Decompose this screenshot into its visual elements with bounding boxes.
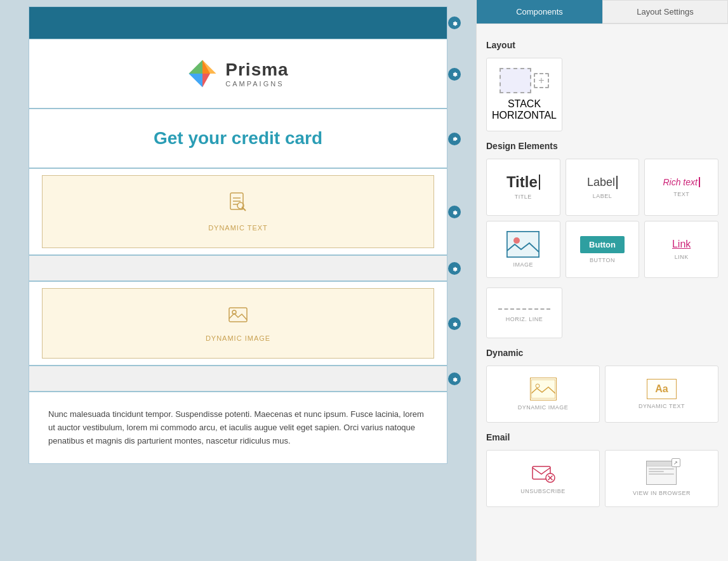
logo-section: Prisma CAMPAIGNS	[29, 39, 447, 109]
title-preview: Title	[506, 175, 540, 190]
spacer-section-1	[29, 256, 447, 282]
dynamic-image-gear-button[interactable]	[448, 317, 461, 330]
text-card-label: TEXT	[673, 191, 689, 197]
logo-gear-button[interactable]	[448, 68, 461, 81]
dynamic-text-card-label: DYNAMIC TEXT	[639, 403, 685, 409]
email-canvas: Prisma CAMPAIGNS Get your credit card	[29, 6, 447, 464]
svg-rect-13	[507, 232, 539, 257]
unsubscribe-preview	[531, 463, 555, 484]
image-preview	[506, 231, 539, 258]
title-gear-button[interactable]	[448, 133, 461, 145]
panel-tabs: Components Layout Settings	[477, 0, 728, 24]
dynamic-image-section: DYNAMIC IMAGE	[29, 282, 447, 366]
layout-section-header: Layout	[486, 40, 718, 50]
canvas-area: Prisma CAMPAIGNS Get your credit card	[0, 0, 476, 561]
logo-prisma: Prisma	[225, 60, 288, 80]
dynamic-image-block: DYNAMIC IMAGE	[42, 288, 434, 359]
svg-point-14	[513, 237, 520, 244]
link-preview: Link	[672, 239, 691, 250]
stack-horizontal-preview: +	[500, 68, 549, 93]
logo-icon	[187, 58, 218, 89]
button-component-card[interactable]: Button BUTTON	[566, 221, 640, 278]
header-section	[29, 7, 447, 39]
link-component-card[interactable]: Link LINK	[644, 221, 718, 278]
image-component-card[interactable]: IMAGE	[486, 221, 560, 278]
stack-h-plus-icon: +	[534, 73, 549, 88]
unsubscribe-label: UNSUBSCRIBE	[520, 488, 566, 494]
body-text: Nunc malesuada tincidunt tempor. Suspend…	[48, 408, 428, 447]
spacer2-gear-button[interactable]	[448, 373, 461, 385]
dynamic-text-icon	[228, 192, 248, 219]
dynamic-text-gear-button[interactable]	[448, 206, 461, 218]
horiz-line-preview	[498, 308, 550, 310]
svg-marker-4	[202, 60, 216, 74]
tab-layout-settings[interactable]: Layout Settings	[602, 0, 728, 23]
body-text-section: Nunc malesuada tincidunt tempor. Suspend…	[29, 392, 447, 463]
dynamic-text-canvas-label: DYNAMIC TEXT	[208, 224, 268, 232]
dynamic-text-block: DYNAMIC TEXT	[42, 175, 434, 248]
dynamic-text-section: DYNAMIC TEXT	[29, 169, 447, 256]
dynamic-image-canvas-label: DYNAMIC IMAGE	[206, 334, 270, 342]
email-title-section: Get your credit card	[29, 109, 447, 169]
view-in-browser-preview: ↗	[646, 461, 678, 486]
email-canvas-wrapper: Prisma CAMPAIGNS Get your credit card	[29, 6, 447, 464]
horiz-line-card[interactable]: HORIZ. LINE	[486, 287, 562, 338]
dynamic-image-preview	[530, 378, 557, 400]
text-preview: Rich text	[663, 177, 699, 187]
dynamic-image-card[interactable]: DYNAMIC IMAGE	[486, 366, 600, 423]
dynamic-image-card-label: DYNAMIC IMAGE	[518, 404, 569, 411]
svg-rect-11	[229, 308, 247, 322]
button-card-label: BUTTON	[590, 257, 615, 263]
email-section-header: Email	[486, 432, 718, 442]
horiz-line-label: HORIZ. LINE	[506, 316, 543, 322]
external-link-icon: ↗	[672, 458, 680, 467]
dynamic-section-header: Dynamic	[486, 348, 718, 358]
logo-campaigns: CAMPAIGNS	[225, 80, 288, 88]
label-card-label: LABEL	[593, 193, 612, 199]
label-preview: Label	[587, 176, 618, 189]
link-card-label: LINK	[675, 254, 689, 260]
svg-rect-15	[531, 380, 555, 399]
view-in-browser-label: VIEW IN BROWSER	[633, 490, 691, 496]
header-gear-button[interactable]	[448, 16, 461, 29]
stack-horizontal-label: STACK HORIZONTAL	[492, 98, 557, 121]
spacer-section-2	[29, 366, 447, 392]
image-card-label: IMAGE	[513, 261, 534, 268]
label-component-card[interactable]: Label LABEL	[566, 159, 640, 216]
view-in-browser-card[interactable]: ↗ VIEW IN BROWSER	[605, 450, 718, 507]
design-elements-header: Design Elements	[486, 141, 718, 151]
stack-h-left-box	[500, 68, 531, 93]
svg-marker-2	[189, 60, 203, 74]
tab-components[interactable]: Components	[477, 0, 602, 23]
logo-container: Prisma CAMPAIGNS	[187, 58, 288, 89]
stack-horizontal-card[interactable]: + STACK HORIZONTAL	[486, 58, 562, 131]
dynamic-text-card[interactable]: Aa DYNAMIC TEXT	[605, 366, 718, 423]
dynamic-text-preview: Aa	[647, 379, 676, 399]
panel-content: Layout + STACK HORIZONTAL Design Element…	[477, 24, 728, 526]
title-component-card[interactable]: Title TITLE	[486, 159, 560, 216]
title-card-label: TITLE	[515, 194, 532, 200]
svg-marker-3	[189, 74, 203, 88]
dynamic-image-icon	[228, 305, 248, 329]
email-grid: UNSUBSCRIBE ↗ VIEW IN BROWSER	[486, 450, 718, 507]
spacer1-gear-button[interactable]	[448, 262, 461, 275]
design-elements-grid: Title TITLE Label LABEL Rich text TEXT	[486, 159, 718, 278]
dynamic-grid: DYNAMIC IMAGE Aa DYNAMIC TEXT	[486, 366, 718, 423]
button-preview: Button	[580, 236, 625, 253]
logo-text: Prisma CAMPAIGNS	[225, 60, 288, 88]
right-panel: Components Layout Settings Layout + STAC…	[476, 0, 728, 561]
email-heading: Get your credit card	[154, 128, 322, 148]
unsubscribe-card[interactable]: UNSUBSCRIBE	[486, 450, 600, 507]
text-component-card[interactable]: Rich text TEXT	[644, 159, 718, 216]
